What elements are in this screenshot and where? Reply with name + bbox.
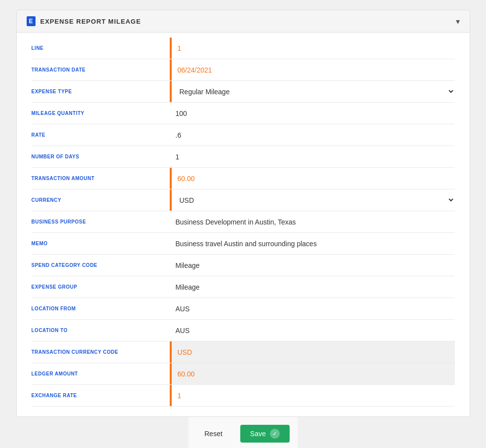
label-rate: RATE xyxy=(32,124,170,146)
label-expense-type: EXPENSE TYPE xyxy=(32,81,170,102)
check-icon: ✓ xyxy=(270,429,280,439)
form-row-line: LINE xyxy=(32,37,455,59)
value-container-expense-type: Regular Mileage xyxy=(170,81,455,102)
form-row-currency: CURRENCYUSD xyxy=(32,189,455,211)
form-row-expense-type: EXPENSE TYPERegular Mileage xyxy=(32,81,455,103)
input-rate[interactable] xyxy=(170,124,455,146)
value-container-line xyxy=(170,37,455,59)
save-label: Save xyxy=(250,430,266,438)
form-row-mileage-quantity: MILEAGE QUANTITY xyxy=(32,103,455,124)
expense-report-card: E EXPENSE REPORT MILEAGE ▾ LINETRANSACTI… xyxy=(16,10,470,417)
form-row-location-from: LOCATION FROM xyxy=(32,298,455,320)
value-container-expense-group xyxy=(170,276,455,298)
form-row-transaction-date: TRANSACTION DATE xyxy=(32,59,455,81)
input-location-from[interactable] xyxy=(170,298,455,319)
value-container-location-to xyxy=(170,320,455,341)
input-location-to[interactable] xyxy=(170,320,455,341)
value-container-transaction-date xyxy=(170,59,455,80)
input-spend-category-code[interactable] xyxy=(170,255,455,276)
input-expense-group[interactable] xyxy=(170,276,455,298)
card-header: E EXPENSE REPORT MILEAGE ▾ xyxy=(17,10,470,33)
form-row-expense-group: EXPENSE GROUP xyxy=(32,276,455,298)
input-exchange-rate[interactable] xyxy=(172,385,455,406)
label-location-to: LOCATION TO xyxy=(32,320,170,341)
input-transaction-date[interactable] xyxy=(172,59,455,80)
form-row-memo: MEMO xyxy=(32,233,455,255)
form-row-exchange-rate: EXCHANGE RATE xyxy=(32,385,455,407)
label-line: LINE xyxy=(32,37,170,59)
label-business-purpose: BUSINESS PURPOSE xyxy=(32,211,170,232)
value-container-business-purpose xyxy=(170,211,455,232)
value-container-location-from xyxy=(170,298,455,319)
form-row-transaction-currency-code: TRANSACTION CURRENCY CODE xyxy=(32,341,455,363)
label-currency: CURRENCY xyxy=(32,189,170,211)
value-container-spend-category-code xyxy=(170,255,455,276)
input-transaction-currency-code xyxy=(172,341,455,363)
input-business-purpose[interactable] xyxy=(170,211,455,232)
value-container-ledger-amount xyxy=(170,363,455,384)
input-mileage-quantity[interactable] xyxy=(170,103,455,124)
label-exchange-rate: EXCHANGE RATE xyxy=(32,385,170,406)
label-location-from: LOCATION FROM xyxy=(32,298,170,319)
form-row-transaction-amount: TRANSACTION AMOUNT xyxy=(32,168,455,189)
header-icon: E xyxy=(27,16,36,26)
select-currency[interactable]: USD xyxy=(172,189,455,211)
footer: Reset Save ✓ xyxy=(188,417,298,448)
form-body: LINETRANSACTION DATEEXPENSE TYPERegular … xyxy=(17,33,470,416)
value-container-transaction-amount xyxy=(170,168,455,189)
value-container-number-of-days xyxy=(170,146,455,167)
form-row-number-of-days: NUMBER OF DAYS xyxy=(32,146,455,168)
form-row-ledger-amount: LEDGER AMOUNT xyxy=(32,363,455,385)
label-transaction-currency-code: TRANSACTION CURRENCY CODE xyxy=(32,341,170,363)
chevron-down-icon[interactable]: ▾ xyxy=(456,17,460,26)
reset-button[interactable]: Reset xyxy=(196,427,230,441)
value-container-transaction-currency-code xyxy=(170,341,455,363)
form-row-spend-category-code: SPEND CATEGORY CODE xyxy=(32,255,455,276)
input-line[interactable] xyxy=(172,37,455,59)
label-transaction-date: TRANSACTION DATE xyxy=(32,59,170,80)
input-transaction-amount[interactable] xyxy=(172,168,455,189)
input-number-of-days[interactable] xyxy=(170,146,455,167)
label-transaction-amount: TRANSACTION AMOUNT xyxy=(32,168,170,189)
label-ledger-amount: LEDGER AMOUNT xyxy=(32,363,170,384)
input-memo[interactable] xyxy=(170,233,455,254)
select-expense-type[interactable]: Regular Mileage xyxy=(172,81,455,102)
value-container-currency: USD xyxy=(170,189,455,211)
value-container-rate xyxy=(170,124,455,146)
label-memo: MEMO xyxy=(32,233,170,254)
form-row-business-purpose: BUSINESS PURPOSE xyxy=(32,211,455,233)
input-ledger-amount xyxy=(172,363,455,384)
save-button[interactable]: Save ✓ xyxy=(240,425,290,443)
value-container-exchange-rate xyxy=(170,385,455,406)
label-number-of-days: NUMBER OF DAYS xyxy=(32,146,170,167)
form-row-location-to: LOCATION TO xyxy=(32,320,455,341)
value-container-mileage-quantity xyxy=(170,103,455,124)
header-left: E EXPENSE REPORT MILEAGE xyxy=(27,16,141,26)
card-title: EXPENSE REPORT MILEAGE xyxy=(40,18,141,25)
label-spend-category-code: SPEND CATEGORY CODE xyxy=(32,255,170,276)
form-row-rate: RATE xyxy=(32,124,455,146)
label-mileage-quantity: MILEAGE QUANTITY xyxy=(32,103,170,124)
value-container-memo xyxy=(170,233,455,254)
label-expense-group: EXPENSE GROUP xyxy=(32,276,170,298)
